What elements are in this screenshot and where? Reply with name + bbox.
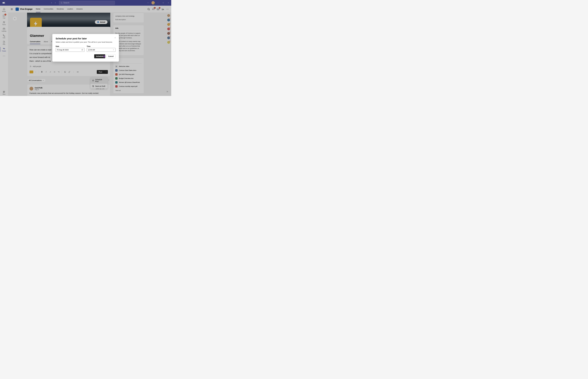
modal-description: Select a date and time to publish your p… (56, 41, 116, 43)
modal-close-button[interactable] (114, 37, 116, 39)
svg-rect-40 (82, 49, 83, 50)
cursor-indicator (103, 55, 106, 58)
chevron-down-icon (113, 49, 114, 51)
date-label: Date (56, 45, 85, 47)
cancel-button[interactable]: Cancel (106, 54, 116, 58)
modal-title: Schedule your post for later (56, 37, 116, 40)
time-label: Time (87, 45, 116, 47)
schedule-button[interactable]: Schedule (94, 54, 105, 58)
calendar-icon (81, 49, 83, 51)
date-input[interactable]: Fri Aug 30 2023 (56, 48, 85, 52)
time-input[interactable]: 12:00 AM (87, 48, 116, 52)
schedule-post-modal: Schedule your post for later Select a da… (52, 34, 119, 62)
